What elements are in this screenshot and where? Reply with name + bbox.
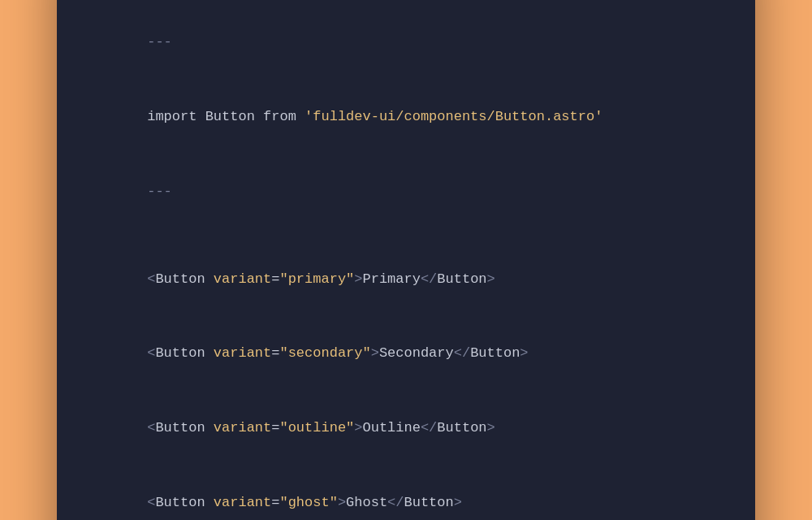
separator-bottom: --- bbox=[97, 154, 715, 229]
button-outline-line: <Button variant="outline">Outline</Butto… bbox=[97, 392, 715, 466]
separator-top-text: --- bbox=[147, 34, 172, 50]
button-ghost-line: <Button variant="ghost">Ghost</Button> bbox=[97, 466, 715, 520]
button-primary-line: <Button variant="primary">Primary</Butto… bbox=[97, 242, 715, 317]
import-path: 'fulldev-ui/components/Button.astro' bbox=[304, 109, 603, 124]
separator-top: --- bbox=[97, 6, 715, 80]
import-line: import Button from 'fulldev-ui/component… bbox=[97, 80, 715, 155]
ghost-text: Ghost bbox=[346, 495, 387, 510]
import-class: Button bbox=[205, 109, 263, 124]
code-window: .vue --- import Button from 'fulldev-ui/… bbox=[57, 0, 755, 520]
spacer-1 bbox=[97, 229, 715, 242]
separator-bottom-text: --- bbox=[147, 184, 172, 199]
from-keyword: from bbox=[263, 109, 304, 124]
button-secondary-line: <Button variant="secondary">Secondary</B… bbox=[97, 317, 715, 392]
code-editor: --- import Button from 'fulldev-ui/compo… bbox=[57, 0, 755, 520]
import-keyword: import bbox=[147, 109, 205, 124]
